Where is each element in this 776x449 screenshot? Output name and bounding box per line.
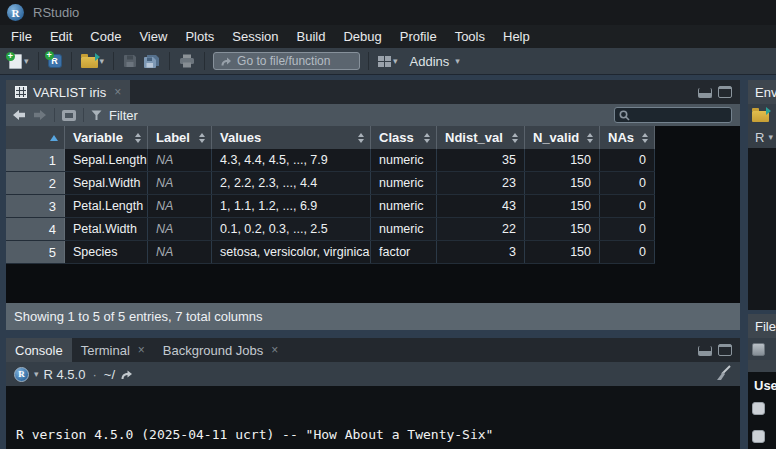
goto-file-function-box[interactable]	[213, 52, 360, 70]
search-icon	[619, 110, 630, 121]
r-version-label[interactable]: R 4.5.0	[44, 367, 86, 382]
menu-profile[interactable]: Profile	[391, 26, 446, 47]
table-row[interactable]: 3 Petal.Length NA 1, 1.1, 1.2, ..., 6.9 …	[6, 195, 655, 218]
header-rownum[interactable]	[6, 126, 65, 149]
chevron-down-icon[interactable]: ▾	[24, 57, 29, 66]
table-header-row: Variable Label Values Class Ndist_val N_…	[6, 126, 655, 149]
r-version-icon[interactable]	[14, 367, 29, 382]
goto-file-function-input[interactable]	[237, 54, 353, 68]
header-ndist-val[interactable]: Ndist_val	[437, 126, 525, 149]
cell-variable: Sepal.Width	[65, 172, 148, 194]
sort-icon	[642, 133, 648, 143]
addins-button[interactable]: Addins ▾	[401, 52, 463, 71]
file-checkbox[interactable]	[752, 402, 765, 415]
addins-label: Addins	[410, 54, 450, 69]
maximize-pane-icon[interactable]	[718, 86, 732, 98]
table-search-box[interactable]	[614, 107, 732, 123]
cell-ndist-val: 35	[437, 149, 525, 171]
maximize-pane-icon[interactable]	[718, 344, 732, 356]
chevron-down-icon[interactable]: ▾	[34, 370, 39, 379]
save-all-button[interactable]	[140, 52, 163, 71]
menu-tools[interactable]: Tools	[446, 26, 494, 47]
minimize-pane-icon[interactable]	[698, 88, 712, 98]
close-icon[interactable]: ×	[138, 343, 145, 357]
table-row[interactable]: 2 Sepal.Width NA 2, 2.2, 2.3, ..., 4.4 n…	[6, 172, 655, 195]
tab-files[interactable]: Files	[748, 314, 776, 338]
filter-button[interactable]: Filter	[109, 108, 138, 123]
table-status-bar: Showing 1 to 5 of 5 entries, 7 total col…	[6, 303, 740, 330]
menu-edit[interactable]: Edit	[41, 26, 81, 47]
row-number: 1	[6, 149, 65, 171]
working-directory[interactable]: ~/	[104, 367, 115, 382]
cell-nas: 0	[600, 218, 655, 240]
chevron-down-icon[interactable]: ▾	[100, 57, 105, 66]
filter-funnel-icon[interactable]	[91, 110, 102, 121]
close-icon[interactable]: ×	[271, 343, 278, 357]
window-title: RStudio	[33, 5, 79, 20]
back-arrow-icon[interactable]	[12, 109, 26, 121]
minimize-pane-icon[interactable]	[698, 346, 712, 356]
save-button[interactable]	[120, 52, 140, 70]
menu-session[interactable]: Session	[223, 26, 287, 47]
clear-console-button[interactable]	[714, 365, 732, 386]
menu-help[interactable]: Help	[494, 26, 539, 47]
save-all-icon	[143, 54, 160, 69]
table-row[interactable]: 5 Species NA setosa, versicolor, virgini…	[6, 241, 655, 264]
tab-varlist-iris[interactable]: VARLIST iris ×	[6, 80, 130, 104]
print-button[interactable]	[176, 52, 198, 70]
environment-toolbar	[748, 104, 776, 126]
cell-n-valid: 150	[525, 218, 600, 240]
status-text: Showing 1 to 5 of 5 entries, 7 total col…	[14, 309, 263, 324]
cell-n-valid: 150	[525, 195, 600, 217]
row-number: 3	[6, 195, 65, 217]
tab-label: Background Jobs	[163, 343, 263, 358]
chevron-down-icon[interactable]: ▾	[768, 133, 773, 142]
close-icon[interactable]: ×	[114, 85, 121, 99]
menu-code[interactable]: Code	[81, 26, 130, 47]
toolbar-separator	[368, 52, 369, 70]
new-project-button[interactable]	[45, 52, 65, 70]
header-values[interactable]: Values	[212, 126, 371, 149]
viewer-toolbar: Filter	[6, 104, 740, 126]
table-row[interactable]: 1 Sepal.Length NA 4.3, 4.4, 4.5, ..., 7.…	[6, 149, 655, 172]
import-dataset-folder-icon[interactable]	[752, 111, 769, 122]
tab-console[interactable]: Console	[6, 338, 72, 362]
files-toolbar	[748, 338, 776, 360]
goto-directory-arrow-icon[interactable]	[120, 369, 133, 380]
pane-layout-button[interactable]: ▾	[375, 54, 401, 69]
table-search-input[interactable]	[633, 109, 727, 121]
data-table-icon	[15, 86, 27, 98]
tab-environment[interactable]: Environment	[748, 80, 776, 104]
menu-file[interactable]: File	[2, 26, 41, 47]
forward-arrow-icon[interactable]	[33, 109, 47, 121]
row-number: 4	[6, 218, 65, 240]
file-checkbox[interactable]	[752, 430, 765, 443]
sort-ascending-icon	[50, 135, 58, 141]
menu-debug[interactable]: Debug	[334, 26, 390, 47]
cell-label: NA	[148, 195, 212, 217]
files-tabstrip: Files	[748, 314, 776, 338]
header-n-valid[interactable]: N_valid	[525, 126, 600, 149]
tab-background-jobs[interactable]: Background Jobs ×	[154, 338, 287, 362]
header-variable[interactable]: Variable	[65, 126, 148, 149]
header-nas[interactable]: NAs	[600, 126, 655, 149]
header-label[interactable]: Label	[148, 126, 212, 149]
menu-plots[interactable]: Plots	[176, 26, 223, 47]
chevron-down-icon[interactable]: ▾	[393, 57, 398, 66]
environment-scope-label[interactable]: R	[755, 130, 764, 145]
cell-values: 4.3, 4.4, 4.5, ..., 7.9	[212, 149, 371, 171]
new-blank-file-icon[interactable]	[752, 343, 765, 356]
tab-terminal[interactable]: Terminal ×	[72, 338, 154, 362]
menu-view[interactable]: View	[130, 26, 176, 47]
header-class[interactable]: Class	[371, 126, 437, 149]
tab-label: VARLIST iris	[33, 85, 106, 100]
sort-icon	[135, 133, 141, 143]
menu-build[interactable]: Build	[288, 26, 335, 47]
open-in-new-window-icon[interactable]	[62, 110, 76, 121]
new-file-button[interactable]: ▾	[6, 52, 32, 71]
open-file-button[interactable]: ▾	[78, 52, 108, 70]
row-number: 2	[6, 172, 65, 194]
row-number: 5	[6, 241, 65, 263]
cell-label: NA	[148, 172, 212, 194]
table-row[interactable]: 4 Petal.Width NA 0.1, 0.2, 0.3, ..., 2.5…	[6, 218, 655, 241]
